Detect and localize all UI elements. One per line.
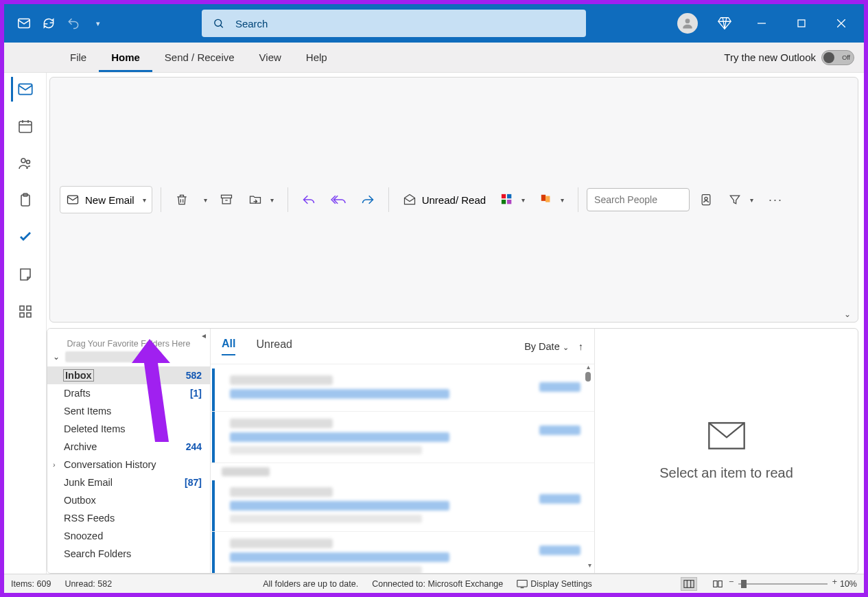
svg-rect-17	[27, 306, 31, 310]
folder-conversation-history[interactable]: ›Conversation History	[47, 456, 210, 473]
more-commands-button[interactable]: ···	[763, 186, 788, 213]
maximize-button[interactable]	[791, 19, 812, 27]
todo-check-icon	[17, 229, 34, 246]
folder-sent-items[interactable]: Sent Items	[47, 402, 210, 420]
minimize-button[interactable]	[751, 19, 772, 27]
menu-view[interactable]: View	[247, 43, 294, 72]
sort-direction-button[interactable]: ↑	[578, 341, 583, 352]
folder-inbox[interactable]: Inbox582	[47, 366, 210, 384]
folder-label: Search Folders	[64, 548, 131, 559]
folder-archive[interactable]: Archive244	[47, 438, 210, 456]
svg-rect-24	[502, 200, 506, 204]
reply-button[interactable]	[296, 186, 321, 213]
folder-outbox[interactable]: Outbox	[47, 491, 210, 509]
folder-drafts[interactable]: Drafts[1]	[47, 384, 210, 402]
folder-label: Drafts	[64, 388, 91, 399]
tab-all[interactable]: All	[222, 338, 235, 355]
folder-label: Snoozed	[64, 530, 103, 541]
status-item-count: Items: 609	[11, 579, 51, 589]
svg-rect-4	[798, 20, 805, 27]
unread-read-button[interactable]: Unread/ Read	[397, 186, 491, 213]
rail-tasks[interactable]	[13, 188, 38, 213]
envelope-open-icon	[403, 193, 417, 207]
mail-icon	[66, 193, 80, 207]
status-connection: Connected to: Microsoft Exchange	[372, 579, 503, 589]
status-unread-count: Unread: 582	[64, 579, 112, 589]
search-input[interactable]	[235, 18, 575, 30]
message-list-pane: All Unread By Date ⌄ ↑ ▴	[211, 329, 595, 573]
folder-search-folders[interactable]: Search Folders	[47, 545, 210, 563]
ribbon-expand-icon[interactable]: ⌄	[844, 309, 851, 319]
menu-send-receive[interactable]: Send / Receive	[152, 43, 247, 72]
svg-rect-18	[20, 313, 24, 317]
svg-point-13	[26, 161, 30, 164]
move-button[interactable]: ▾	[243, 186, 279, 213]
menu-bar: File Home Send / Receive View Help Try t…	[4, 43, 864, 73]
menu-home[interactable]: Home	[99, 43, 152, 72]
close-button[interactable]	[831, 19, 852, 27]
rail-people[interactable]	[13, 151, 38, 176]
try-new-toggle[interactable]: Off	[821, 50, 854, 65]
account-avatar[interactable]	[677, 13, 698, 34]
delete-button[interactable]	[169, 186, 194, 213]
tab-unread[interactable]: Unread	[256, 338, 292, 355]
mail-outline-icon	[707, 421, 746, 450]
diamond-icon[interactable]	[717, 16, 732, 31]
scroll-down-arrow[interactable]: ▾	[588, 561, 591, 569]
reply-all-icon	[331, 193, 346, 207]
message-item[interactable]	[211, 368, 594, 412]
message-item[interactable]	[211, 480, 594, 532]
folder-rss-feeds[interactable]: RSS Feeds	[47, 509, 210, 527]
menu-file[interactable]: File	[58, 43, 99, 72]
message-item[interactable]	[211, 532, 594, 573]
rail-todo[interactable]	[13, 225, 38, 250]
rail-notes[interactable]	[13, 262, 38, 287]
address-book-button[interactable]	[694, 186, 718, 213]
search-box[interactable]	[202, 10, 586, 37]
sort-by-button[interactable]: By Date ⌄	[524, 341, 569, 352]
other-accounts	[47, 570, 210, 574]
folder-label: Sent Items	[64, 406, 111, 417]
svg-point-29	[705, 197, 707, 200]
message-item[interactable]	[211, 412, 594, 463]
folder-label: RSS Feeds	[64, 513, 115, 524]
favorites-drag-hint: Drag Your Favorite Folders Here	[54, 339, 203, 349]
try-new-outlook[interactable]: Try the new Outlook Off	[724, 50, 854, 65]
folder-snoozed[interactable]: Snoozed	[47, 527, 210, 545]
categories-icon	[501, 194, 513, 206]
folder-pane: ◂ Drag Your Favorite Folders Here ⌄ Inbo…	[47, 328, 211, 573]
filter-button[interactable]: ▾	[723, 186, 759, 213]
rail-mail[interactable]	[13, 77, 38, 102]
folder-junk-email[interactable]: Junk Email[87]	[47, 473, 210, 491]
delete-dropdown[interactable]: ▾	[198, 186, 210, 213]
reply-all-button[interactable]	[325, 186, 351, 213]
flag-button[interactable]: ▾	[535, 186, 570, 213]
zoom-slider[interactable]	[738, 583, 828, 585]
rail-more-apps[interactable]	[13, 299, 38, 324]
svg-rect-20	[68, 196, 78, 204]
folder-label: Archive	[64, 441, 97, 452]
sync-icon[interactable]	[41, 16, 56, 31]
undo-icon[interactable]	[66, 16, 81, 31]
forward-button[interactable]	[355, 186, 380, 213]
qat-dropdown-icon[interactable]: ▾	[91, 16, 106, 31]
view-normal-button[interactable]	[681, 577, 697, 591]
rail-calendar[interactable]	[13, 114, 38, 139]
categorize-button[interactable]: ▾	[495, 186, 530, 213]
unread-read-label: Unread/ Read	[422, 194, 486, 206]
display-settings-button[interactable]: Display Settings	[517, 579, 592, 589]
move-folder-icon	[248, 193, 262, 207]
person-icon	[681, 16, 694, 30]
search-people-input[interactable]	[587, 188, 690, 211]
new-email-button[interactable]: New Email ▾	[60, 186, 152, 213]
message-group-header[interactable]	[211, 463, 594, 480]
view-reading-button[interactable]	[709, 577, 726, 591]
zoom-level: 10%	[840, 579, 857, 589]
collapse-folder-pane-icon[interactable]: ◂	[202, 331, 206, 340]
menu-help[interactable]: Help	[294, 43, 340, 72]
mail-icon	[16, 80, 34, 98]
note-icon	[17, 266, 34, 283]
folder-deleted-items[interactable]: Deleted Items	[47, 420, 210, 438]
archive-button[interactable]	[214, 186, 239, 213]
account-header[interactable]: ⌄	[47, 349, 210, 365]
